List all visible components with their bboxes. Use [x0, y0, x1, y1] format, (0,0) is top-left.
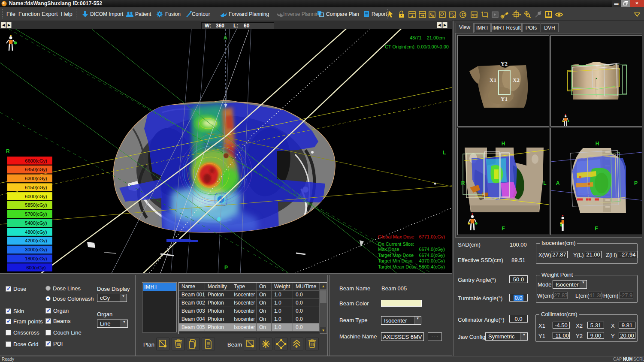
svg-text:F: F: [595, 226, 598, 232]
svg-text:4200(cGy): 4200(cGy): [25, 238, 47, 243]
svg-text:L: L: [543, 180, 546, 186]
svg-text:6300(cGy): 6300(cGy): [25, 176, 47, 181]
svg-text:On Current Slice:: On Current Slice:: [378, 241, 414, 247]
svg-text:5700(cGy): 5700(cGy): [25, 211, 47, 217]
svg-text:P: P: [224, 265, 228, 271]
svg-text:P: P: [634, 180, 638, 186]
svg-text:Max Dose: Max Dose: [378, 247, 399, 252]
svg-text:X1: X1: [490, 77, 496, 83]
svg-text:Target Min Dose: Target Min Dose: [378, 258, 412, 263]
svg-text:6674.0(cGy): 6674.0(cGy): [419, 253, 445, 258]
svg-text:R: R: [6, 148, 10, 154]
svg-text:6674.0(cGy): 6674.0(cGy): [419, 247, 445, 252]
svg-text:D: D: [453, 14, 455, 17]
svg-text:X2: X2: [513, 77, 520, 83]
svg-text:A: A: [224, 35, 227, 41]
svg-text:Target Max Dose: Target Max Dose: [378, 253, 414, 258]
svg-text:Y2: Y2: [501, 60, 508, 67]
svg-text:R: R: [461, 180, 465, 186]
svg-text:5400(cGy): 5400(cGy): [25, 220, 47, 226]
svg-text:6450(cGy): 6450(cGy): [25, 167, 47, 172]
svg-text:H: H: [596, 141, 599, 147]
svg-text:CT Origin(cm): 0.00/0.00/-0.00: CT Origin(cm): 0.00/0.00/-0.00: [385, 44, 449, 49]
svg-text:3000(cGy): 3000(cGy): [25, 247, 47, 252]
svg-text:6600(cGy): 6600(cGy): [25, 158, 47, 163]
svg-text:A: A: [432, 14, 434, 17]
svg-text:A: A: [556, 180, 560, 186]
svg-text:600(cGy): 600(cGy): [26, 265, 45, 270]
svg-text:1800(cGy): 1800(cGy): [25, 256, 47, 261]
svg-text:5800.4(cGy): 5800.4(cGy): [419, 264, 445, 269]
svg-text:43/71 21.00cm: 43/71 21.00cm: [410, 35, 445, 40]
svg-text:L: L: [443, 150, 446, 156]
svg-text:4070.0(cGy): 4070.0(cGy): [419, 258, 445, 263]
svg-text:4800(cGy): 4800(cGy): [25, 229, 47, 235]
svg-text:Target Mean Dose: Target Mean Dose: [378, 264, 417, 269]
svg-text:6771.0(cGy): 6771.0(cGy): [419, 234, 445, 239]
svg-text:6150(cGy): 6150(cGy): [25, 185, 47, 190]
svg-text:F: F: [502, 226, 505, 232]
svg-text:Y1: Y1: [501, 96, 508, 102]
svg-text:5850(cGy): 5850(cGy): [25, 202, 47, 208]
svg-text:6000(cGy): 6000(cGy): [25, 194, 47, 199]
svg-text:Global Max Dose: Global Max Dose: [378, 234, 414, 239]
svg-text:f(v): f(v): [472, 13, 477, 17]
svg-text:H: H: [502, 141, 505, 147]
